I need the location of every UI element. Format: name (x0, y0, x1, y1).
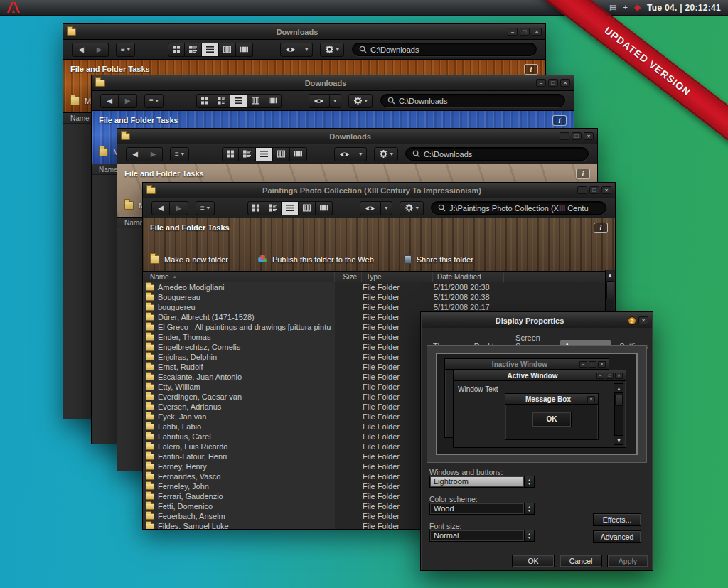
window-titlebar[interactable]: Downloads – □ × (63, 24, 545, 40)
forward-button[interactable]: ▶ (144, 147, 163, 161)
effects-button[interactable]: Effects... (593, 513, 641, 526)
column-header-date[interactable]: Date Modified (433, 272, 504, 282)
view-filmstrip-button[interactable] (264, 94, 282, 108)
close-button[interactable]: × (532, 28, 542, 36)
search-input[interactable]: C:\Downloads (405, 147, 589, 161)
view-columns-button[interactable] (247, 94, 264, 108)
diamond-icon[interactable]: ◆ (634, 4, 641, 11)
table-row[interactable]: Amedeo Modigliani File Folder 5/11/2008 … (143, 282, 615, 292)
spinner-arrows-icon[interactable]: ▲▼ (525, 530, 535, 542)
eye-dropdown-caret[interactable]: ▾ (381, 201, 392, 215)
notes-icon[interactable]: ▤ (609, 4, 616, 11)
view-list-button[interactable] (282, 201, 299, 215)
column-header-name[interactable]: Name ▲ (143, 272, 335, 282)
dialog-close-button[interactable]: × (638, 316, 648, 324)
menu-dropdown-button[interactable]: ≡ ▾ (196, 201, 215, 215)
view-thumbnails-button[interactable] (222, 147, 239, 161)
view-filmstrip-button[interactable] (316, 201, 333, 215)
view-filmstrip-button[interactable] (290, 147, 307, 161)
forward-button[interactable]: ▶ (90, 43, 109, 57)
back-button[interactable]: ◀ (100, 94, 119, 108)
minimize-button[interactable]: – (560, 132, 569, 140)
minimize-button[interactable]: – (508, 28, 518, 36)
menu-dropdown-button[interactable]: ≡ ▾ (170, 147, 189, 161)
view-tiles-button[interactable] (185, 43, 202, 57)
search-input[interactable]: J:\Paintings Photo Collection (XIII Cent… (431, 201, 606, 215)
adobe-logo[interactable] (7, 2, 20, 13)
spinner-arrows-icon[interactable]: ▲▼ (525, 476, 535, 488)
info-button[interactable]: i (524, 64, 538, 75)
views-eye-button[interactable] (360, 201, 381, 215)
view-thumbnails-button[interactable] (247, 201, 264, 215)
info-button[interactable]: i (594, 223, 608, 233)
minimize-button[interactable]: – (577, 186, 587, 194)
apply-button[interactable]: Apply (607, 555, 648, 567)
maximize-button[interactable]: □ (548, 79, 558, 87)
column-header-type[interactable]: Type (362, 272, 433, 282)
view-tiles-button[interactable] (213, 94, 230, 108)
spinner-arrows-icon[interactable]: ▲▼ (525, 503, 535, 515)
views-eye-button[interactable] (309, 94, 330, 108)
settings-gear-button[interactable]: ▾ (320, 43, 344, 57)
view-thumbnails-button[interactable] (168, 43, 185, 57)
close-button[interactable]: × (601, 186, 611, 194)
forward-button[interactable]: ▶ (170, 201, 188, 215)
view-list-button[interactable] (256, 147, 273, 161)
column-header-size[interactable]: Size (335, 272, 362, 282)
settings-gear-button[interactable]: ▾ (374, 147, 398, 161)
menu-icon: ≡ (121, 46, 125, 53)
help-icon[interactable]: ? (628, 316, 636, 325)
settings-gear-button[interactable]: ▾ (348, 94, 373, 108)
publish-folder-task[interactable]: Publish this folder to the Web (258, 255, 374, 264)
views-eye-button[interactable] (280, 43, 301, 57)
search-input[interactable]: C:\Downloads (380, 94, 565, 107)
maximize-button[interactable]: □ (520, 28, 530, 36)
table-row[interactable]: bouguereu File Folder 5/11/2008 20:17 (143, 302, 615, 312)
eye-dropdown-caret[interactable]: ▾ (330, 94, 341, 108)
search-input[interactable]: C:\Downloads (352, 43, 537, 56)
menu-dropdown-button[interactable]: ≡ ▾ (116, 43, 135, 57)
close-button[interactable]: × (560, 79, 570, 87)
minimize-button[interactable]: – (536, 79, 546, 87)
back-button[interactable]: ◀ (126, 147, 144, 161)
row-type: File Folder (358, 412, 429, 421)
eye-dropdown-caret[interactable]: ▾ (301, 43, 313, 57)
scroll-up-icon[interactable]: ▲ (606, 270, 615, 279)
close-button[interactable]: × (584, 132, 594, 140)
window-titlebar[interactable]: Downloads – □ × (92, 75, 574, 91)
make-new-folder-task[interactable]: Make a new folder (150, 255, 228, 264)
window-titlebar[interactable]: Paintings Photo Collection (XIII Century… (143, 183, 615, 198)
view-tiles-button[interactable] (264, 201, 282, 215)
menu-dropdown-button[interactable]: ≡ ▾ (144, 94, 164, 108)
back-button[interactable]: ◀ (151, 201, 170, 215)
back-button[interactable]: ◀ (72, 43, 90, 57)
view-tiles-button[interactable] (239, 147, 256, 161)
view-list-button[interactable] (202, 43, 219, 57)
cancel-button[interactable]: Cancel (560, 555, 602, 567)
maximize-button[interactable]: □ (589, 186, 599, 194)
table-row[interactable]: Bouguereau File Folder 5/11/2008 20:38 (143, 292, 615, 302)
view-filmstrip-button[interactable] (236, 43, 253, 57)
window-titlebar[interactable]: Downloads – □ × (117, 129, 597, 144)
view-columns-button[interactable] (273, 147, 290, 161)
forward-button[interactable]: ▶ (119, 94, 137, 108)
views-eye-button[interactable] (334, 147, 355, 161)
view-thumbnails-button[interactable] (196, 94, 213, 108)
dialog-titlebar[interactable]: Display Properties ? × (422, 313, 652, 328)
share-folder-task[interactable]: Share this folder (404, 255, 473, 264)
scrollbar-thumb[interactable] (606, 281, 614, 299)
view-columns-button[interactable] (299, 201, 316, 215)
font-size-select[interactable]: Normal ▲▼ (429, 530, 535, 542)
view-list-button[interactable] (230, 94, 247, 108)
ok-button[interactable]: OK (512, 555, 555, 567)
windows-and-buttons-select[interactable]: Lightroom ▲▼ (429, 476, 535, 488)
advanced-button[interactable]: Advanced (593, 530, 641, 543)
maximize-button[interactable]: □ (572, 132, 582, 140)
settings-gear-button[interactable]: ▾ (400, 201, 424, 215)
view-columns-button[interactable] (219, 43, 236, 57)
color-scheme-select[interactable]: Wood ▲▼ (429, 503, 535, 515)
info-button[interactable]: i (552, 115, 567, 126)
plus-icon[interactable]: + (623, 4, 627, 11)
info-button[interactable]: i (576, 169, 590, 179)
eye-dropdown-caret[interactable]: ▾ (355, 147, 367, 161)
